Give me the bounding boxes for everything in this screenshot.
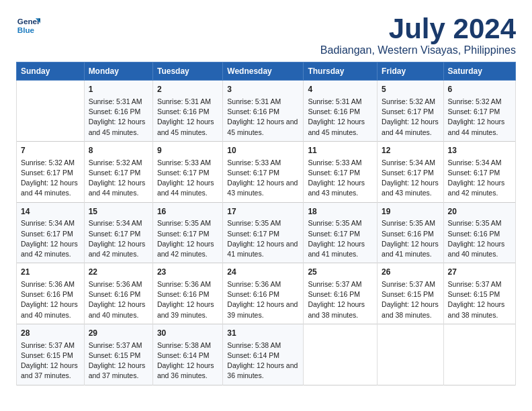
cell-info: Sunrise: 5:35 AM Sunset: 6:16 PM Dayligh… [448,218,511,259]
cell-info: Sunrise: 5:35 AM Sunset: 6:17 PM Dayligh… [308,218,373,259]
cell-info: Sunrise: 5:37 AM Sunset: 6:15 PM Dayligh… [21,340,80,381]
cell-info: Sunrise: 5:37 AM Sunset: 6:15 PM Dayligh… [448,279,511,320]
calendar-cell: 15Sunrise: 5:34 AM Sunset: 6:17 PM Dayli… [84,202,152,263]
day-number: 22 [89,267,148,278]
calendar-cell: 9Sunrise: 5:33 AM Sunset: 6:17 PM Daylig… [152,141,222,202]
col-header-wednesday: Wednesday [223,62,304,81]
cell-info: Sunrise: 5:31 AM Sunset: 6:16 PM Dayligh… [157,97,218,138]
col-header-tuesday: Tuesday [152,62,222,81]
cell-info: Sunrise: 5:35 AM Sunset: 6:17 PM Dayligh… [157,218,218,259]
cell-info: Sunrise: 5:36 AM Sunset: 6:16 PM Dayligh… [89,279,148,320]
cell-info: Sunrise: 5:32 AM Sunset: 6:17 PM Dayligh… [382,97,439,138]
calendar-cell: 18Sunrise: 5:35 AM Sunset: 6:17 PM Dayli… [304,202,378,263]
cell-info: Sunrise: 5:31 AM Sunset: 6:16 PM Dayligh… [308,97,373,138]
col-header-saturday: Saturday [443,62,515,81]
col-header-monday: Monday [84,62,152,81]
cell-info: Sunrise: 5:34 AM Sunset: 6:17 PM Dayligh… [89,218,148,259]
day-number: 24 [227,267,299,278]
cell-info: Sunrise: 5:33 AM Sunset: 6:17 PM Dayligh… [157,158,218,199]
calendar-cell: 4Sunrise: 5:31 AM Sunset: 6:16 PM Daylig… [304,81,378,142]
cell-info: Sunrise: 5:37 AM Sunset: 6:15 PM Dayligh… [89,340,148,381]
calendar-cell: 30Sunrise: 5:38 AM Sunset: 6:14 PM Dayli… [152,324,222,385]
calendar-cell [17,81,85,142]
day-number: 28 [21,328,80,339]
day-number: 27 [448,267,511,278]
day-number: 18 [308,206,373,218]
calendar-cell: 14Sunrise: 5:34 AM Sunset: 6:17 PM Dayli… [17,202,85,263]
day-number: 13 [448,145,511,156]
cell-info: Sunrise: 5:38 AM Sunset: 6:14 PM Dayligh… [227,340,299,381]
calendar-cell: 12Sunrise: 5:34 AM Sunset: 6:17 PM Dayli… [378,141,444,202]
page-title: July 2024 [320,13,516,44]
calendar-week-row: 28Sunrise: 5:37 AM Sunset: 6:15 PM Dayli… [17,324,516,385]
day-number: 23 [157,267,218,278]
cell-info: Sunrise: 5:34 AM Sunset: 6:17 PM Dayligh… [448,158,511,199]
day-number: 8 [89,145,148,156]
cell-info: Sunrise: 5:35 AM Sunset: 6:16 PM Dayligh… [382,218,439,259]
cell-info: Sunrise: 5:33 AM Sunset: 6:17 PM Dayligh… [308,158,373,199]
day-number: 6 [448,84,511,95]
logo-icon: General Blue [16,13,40,38]
calendar-cell: 29Sunrise: 5:37 AM Sunset: 6:15 PM Dayli… [84,324,152,385]
day-number: 9 [157,145,218,156]
calendar-cell: 28Sunrise: 5:37 AM Sunset: 6:15 PM Dayli… [17,324,85,385]
calendar-cell: 20Sunrise: 5:35 AM Sunset: 6:16 PM Dayli… [443,202,515,263]
cell-info: Sunrise: 5:32 AM Sunset: 6:17 PM Dayligh… [448,97,511,138]
cell-info: Sunrise: 5:34 AM Sunset: 6:17 PM Dayligh… [21,218,80,259]
calendar-cell: 27Sunrise: 5:37 AM Sunset: 6:15 PM Dayli… [443,263,515,324]
day-number: 20 [448,206,511,218]
title-block: July 2024 Badiangan, Western Visayas, Ph… [320,13,516,56]
day-number: 17 [227,206,299,218]
calendar-cell [304,324,378,385]
calendar-cell: 11Sunrise: 5:33 AM Sunset: 6:17 PM Dayli… [304,141,378,202]
calendar-cell: 2Sunrise: 5:31 AM Sunset: 6:16 PM Daylig… [152,81,222,142]
cell-info: Sunrise: 5:38 AM Sunset: 6:14 PM Dayligh… [157,340,218,381]
calendar-cell: 31Sunrise: 5:38 AM Sunset: 6:14 PM Dayli… [223,324,304,385]
calendar-week-row: 7Sunrise: 5:32 AM Sunset: 6:17 PM Daylig… [17,141,516,202]
calendar-cell: 7Sunrise: 5:32 AM Sunset: 6:17 PM Daylig… [17,141,85,202]
calendar-cell: 25Sunrise: 5:37 AM Sunset: 6:16 PM Dayli… [304,263,378,324]
calendar-cell: 17Sunrise: 5:35 AM Sunset: 6:17 PM Dayli… [223,202,304,263]
calendar-header-row: SundayMondayTuesdayWednesdayThursdayFrid… [17,62,516,81]
day-number: 31 [227,328,299,339]
cell-info: Sunrise: 5:34 AM Sunset: 6:17 PM Dayligh… [382,158,439,199]
svg-text:General: General [17,17,40,26]
day-number: 4 [308,84,373,95]
calendar-cell [443,324,515,385]
calendar-cell: 16Sunrise: 5:35 AM Sunset: 6:17 PM Dayli… [152,202,222,263]
calendar-cell: 22Sunrise: 5:36 AM Sunset: 6:16 PM Dayli… [84,263,152,324]
day-number: 26 [382,267,439,278]
day-number: 2 [157,84,218,95]
calendar-week-row: 21Sunrise: 5:36 AM Sunset: 6:16 PM Dayli… [17,263,516,324]
cell-info: Sunrise: 5:35 AM Sunset: 6:17 PM Dayligh… [227,218,299,259]
calendar-cell: 24Sunrise: 5:36 AM Sunset: 6:16 PM Dayli… [223,263,304,324]
day-number: 3 [227,84,299,95]
day-number: 16 [157,206,218,218]
day-number: 29 [89,328,148,339]
cell-info: Sunrise: 5:31 AM Sunset: 6:16 PM Dayligh… [227,97,299,138]
calendar-cell: 10Sunrise: 5:33 AM Sunset: 6:17 PM Dayli… [223,141,304,202]
calendar-cell: 3Sunrise: 5:31 AM Sunset: 6:16 PM Daylig… [223,81,304,142]
day-number: 12 [382,145,439,156]
cell-info: Sunrise: 5:32 AM Sunset: 6:17 PM Dayligh… [21,158,80,199]
day-number: 7 [21,145,80,156]
calendar-cell: 19Sunrise: 5:35 AM Sunset: 6:16 PM Dayli… [378,202,444,263]
day-number: 11 [308,145,373,156]
page-subtitle: Badiangan, Western Visayas, Philippines [320,44,516,56]
calendar-week-row: 1Sunrise: 5:31 AM Sunset: 6:16 PM Daylig… [17,81,516,142]
cell-info: Sunrise: 5:37 AM Sunset: 6:16 PM Dayligh… [308,279,373,320]
calendar-cell: 26Sunrise: 5:37 AM Sunset: 6:15 PM Dayli… [378,263,444,324]
day-number: 10 [227,145,299,156]
calendar-cell [378,324,444,385]
col-header-thursday: Thursday [304,62,378,81]
cell-info: Sunrise: 5:33 AM Sunset: 6:17 PM Dayligh… [227,158,299,199]
day-number: 25 [308,267,373,278]
page-header: General Blue July 2024 Badiangan, Wester… [16,13,516,56]
cell-info: Sunrise: 5:37 AM Sunset: 6:15 PM Dayligh… [382,279,439,320]
calendar-cell: 6Sunrise: 5:32 AM Sunset: 6:17 PM Daylig… [443,81,515,142]
col-header-sunday: Sunday [17,62,85,81]
cell-info: Sunrise: 5:31 AM Sunset: 6:16 PM Dayligh… [89,97,148,138]
calendar-table: SundayMondayTuesdayWednesdayThursdayFrid… [16,62,516,385]
cell-info: Sunrise: 5:36 AM Sunset: 6:16 PM Dayligh… [157,279,218,320]
day-number: 21 [21,267,80,278]
